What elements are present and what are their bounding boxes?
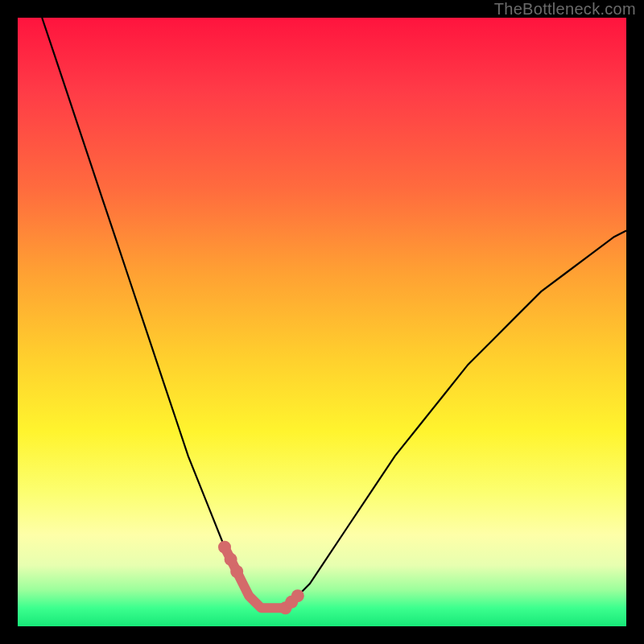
chart-frame: TheBottleneck.com	[0, 0, 644, 644]
marker-dot	[218, 541, 231, 554]
curve-path	[42, 18, 626, 608]
bottleneck-curve	[18, 18, 626, 626]
watermark-text: TheBottleneck.com	[494, 0, 636, 19]
plot-area	[18, 18, 626, 626]
marker-dot	[291, 589, 304, 602]
marker-dot	[230, 565, 243, 578]
marker-dot	[225, 553, 237, 566]
